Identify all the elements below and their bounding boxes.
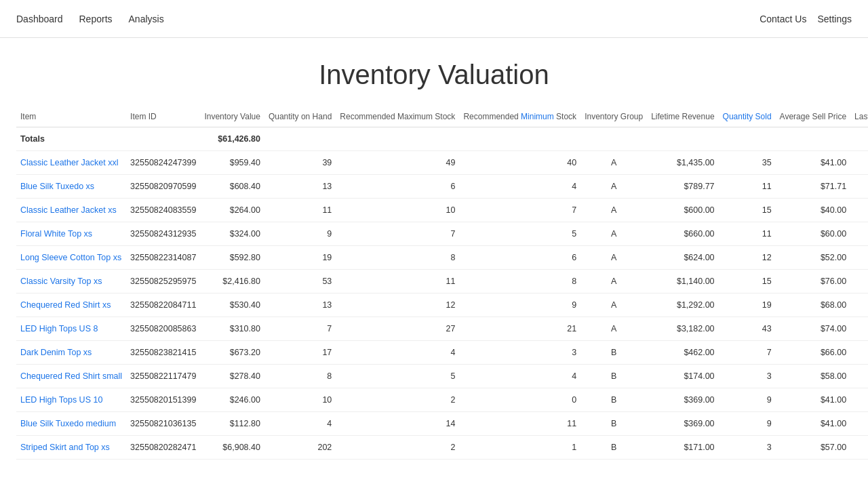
data-cell-2: $324.00 (200, 222, 264, 246)
data-cell-2: $310.80 (200, 317, 264, 341)
table-row: Blue Silk Tuxedo medium32550821036135$11… (16, 412, 868, 436)
data-cell-4: 6 (336, 175, 459, 199)
table-row: Classic Leather Jacket xxl32550824247399… (16, 151, 868, 175)
totals-cell-item: Totals (16, 127, 126, 151)
data-cell-7: $369.00 (647, 388, 718, 412)
data-cell-10: $34.20 (850, 436, 868, 460)
table-row: Floral White Top xs32550824312935$324.00… (16, 222, 868, 246)
data-cell-6: A (580, 199, 647, 222)
item-name-cell[interactable]: Classic Varsity Top xs (16, 270, 126, 293)
col-header-rec-min-stock: Recommended Minimum Stock (459, 106, 580, 127)
item-name-cell[interactable]: Floral White Top xs (16, 222, 126, 246)
data-cell-1: 32550820085863 (126, 317, 200, 341)
data-cell-7: $624.00 (647, 246, 718, 270)
data-cell-1: 32550821036135 (126, 412, 200, 436)
nav-item-analysis[interactable]: Analysis (129, 11, 164, 27)
data-cell-5: 11 (459, 412, 580, 436)
item-name-cell[interactable]: LED High Tops US 8 (16, 317, 126, 341)
item-name-cell[interactable]: Striped Skirt and Top xs (16, 436, 126, 460)
data-cell-10: $28.20 (850, 412, 868, 436)
item-name-cell[interactable]: Dark Denim Top xs (16, 341, 126, 365)
data-cell-6: A (580, 222, 647, 246)
data-cell-3: 39 (264, 151, 336, 175)
data-cell-3: 53 (264, 270, 336, 293)
data-cell-8: 3 (719, 436, 776, 460)
nav-item-reports[interactable]: Reports (79, 11, 113, 27)
data-cell-9: $58.00 (776, 365, 851, 388)
data-cell-2: $608.40 (200, 175, 264, 199)
data-cell-9: $52.00 (776, 246, 851, 270)
col-header-lifetime-revenue: Lifetime Revenue (647, 106, 718, 127)
nav-item-dashboard[interactable]: Dashboard (16, 11, 63, 27)
data-cell-8: 12 (719, 246, 776, 270)
data-cell-7: $174.00 (647, 365, 718, 388)
nav-left: DashboardReportsAnalysis (16, 11, 164, 27)
data-cell-3: 202 (264, 436, 336, 460)
totals-cell-avg-sell-price (776, 127, 851, 151)
data-cell-9: $71.71 (776, 175, 851, 199)
data-cell-3: 17 (264, 341, 336, 365)
data-cell-6: A (580, 151, 647, 175)
data-cell-8: 19 (719, 293, 776, 317)
data-cell-8: 11 (719, 222, 776, 246)
data-cell-8: 15 (719, 199, 776, 222)
totals-cell-last-purchase-price (850, 127, 868, 151)
data-cell-4: 2 (336, 388, 459, 412)
nav-item-contact-us[interactable]: Contact Us (760, 11, 806, 27)
nav-item-settings[interactable]: Settings (817, 11, 852, 27)
item-name-cell[interactable]: Long Sleeve Cotton Top xs (16, 246, 126, 270)
data-cell-9: $74.00 (776, 317, 851, 341)
data-cell-4: 5 (336, 365, 459, 388)
item-name-cell[interactable]: Blue Silk Tuxedo medium (16, 412, 126, 436)
data-cell-10: $24.00 (850, 199, 868, 222)
data-cell-8: 9 (719, 388, 776, 412)
data-cell-1: 32550824312935 (126, 222, 200, 246)
data-cell-8: 35 (719, 151, 776, 175)
data-cell-6: A (580, 175, 647, 199)
data-cell-3: 19 (264, 246, 336, 270)
data-cell-3: 7 (264, 317, 336, 341)
data-cell-4: 10 (336, 199, 459, 222)
totals-row: Totals$61,426.80 (16, 127, 868, 151)
item-name-cell[interactable]: LED High Tops US 10 (16, 388, 126, 412)
data-cell-10: $24.60 (850, 388, 868, 412)
col-header-rec-max-stock: Recommended Maximum Stock (336, 106, 459, 127)
col-header-qty-on-hand: Quantity on Hand (264, 106, 336, 127)
data-cell-2: $6,908.40 (200, 436, 264, 460)
totals-cell-rec-min-stock (459, 127, 580, 151)
data-cell-6: A (580, 246, 647, 270)
table-container: ItemItem IDInventory ValueQuantity on Ha… (0, 106, 868, 487)
data-cell-10: $31.20 (850, 246, 868, 270)
col-header-last-purchase-price: Last Purchase Price (850, 106, 868, 127)
data-cell-2: $673.20 (200, 341, 264, 365)
data-cell-8: 7 (719, 341, 776, 365)
data-cell-5: 40 (459, 151, 580, 175)
data-cell-1: 32550825295975 (126, 270, 200, 293)
data-cell-3: 9 (264, 222, 336, 246)
item-name-cell[interactable]: Chequered Red Shirt xs (16, 293, 126, 317)
item-name-cell[interactable]: Classic Leather Jacket xxl (16, 151, 126, 175)
data-cell-10: $24.60 (850, 151, 868, 175)
item-name-cell[interactable]: Classic Leather Jacket xs (16, 199, 126, 222)
col-header-inventory-group: Inventory Group (580, 106, 647, 127)
data-cell-3: 4 (264, 412, 336, 436)
data-cell-8: 3 (719, 365, 776, 388)
data-cell-3: 11 (264, 199, 336, 222)
item-name-cell[interactable]: Blue Silk Tuxedo xs (16, 175, 126, 199)
page-title-container: Inventory Valuation (0, 38, 868, 106)
data-cell-5: 4 (459, 175, 580, 199)
data-cell-9: $66.00 (776, 341, 851, 365)
data-cell-2: $112.80 (200, 412, 264, 436)
item-name-cell[interactable]: Chequered Red Shirt small (16, 365, 126, 388)
totals-cell-inventory-group (580, 127, 647, 151)
data-cell-10: $46.80 (850, 175, 868, 199)
col-header-inventory-value: Inventory Value (200, 106, 264, 127)
data-cell-1: 32550820151399 (126, 388, 200, 412)
data-cell-5: 8 (459, 270, 580, 293)
data-cell-1: 32550823821415 (126, 341, 200, 365)
table-row: LED High Tops US 832550820085863$310.807… (16, 317, 868, 341)
data-cell-3: 13 (264, 293, 336, 317)
data-cell-1: 32550822117479 (126, 365, 200, 388)
data-cell-1: 32550822084711 (126, 293, 200, 317)
totals-cell-qty-sold (719, 127, 776, 151)
